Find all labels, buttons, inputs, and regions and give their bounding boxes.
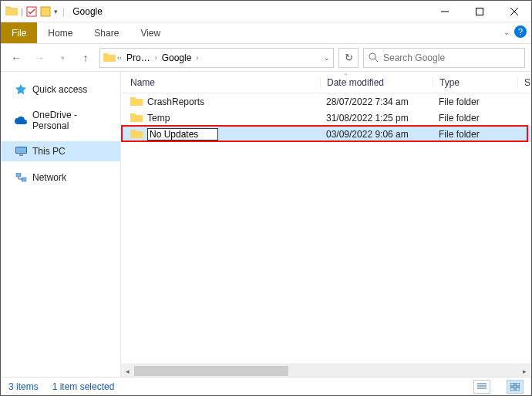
column-header-type[interactable]: Type [433, 77, 517, 88]
svg-rect-17 [516, 383, 520, 386]
body: Quick access OneDrive - Personal This PC… [1, 72, 531, 377]
sidebar-item-label: OneDrive - Personal [32, 110, 114, 131]
sidebar-item-label: Quick access [32, 84, 87, 95]
tab-view[interactable]: View [130, 22, 171, 43]
file-name: CrashReports [147, 96, 204, 107]
forward-button[interactable]: → [30, 49, 49, 67]
search-icon [369, 52, 379, 63]
file-list-pane: Name Date modified Type S ⌃ CrashReports… [121, 72, 531, 377]
tab-share[interactable]: Share [83, 22, 130, 43]
svg-rect-11 [16, 173, 21, 177]
sort-ascending-icon: ⌃ [343, 73, 348, 80]
sidebar-item-onedrive[interactable]: OneDrive - Personal [1, 106, 120, 135]
svg-rect-3 [476, 8, 483, 15]
scrollbar-thumb[interactable] [134, 366, 288, 376]
quick-access-toolbar: | ▾ | [1, 5, 66, 19]
qat-dropdown-icon[interactable]: ▾ [54, 8, 58, 15]
file-type: File folder [433, 129, 531, 140]
ribbon-tabs: File Home Share View ⌄ ? [1, 22, 531, 44]
svg-line-7 [375, 59, 378, 62]
network-icon [15, 171, 27, 184]
properties-qat-icon[interactable] [26, 6, 37, 17]
folder-icon [130, 112, 143, 124]
navigation-pane: Quick access OneDrive - Personal This PC… [1, 72, 121, 377]
horizontal-scrollbar[interactable]: ◂ ▸ [121, 364, 531, 377]
address-dropdown-icon[interactable]: ⌄ [324, 54, 330, 62]
refresh-button[interactable]: ↻ [338, 48, 359, 68]
file-type: File folder [433, 113, 531, 124]
close-button[interactable] [497, 1, 531, 22]
window-title: Google [72, 6, 103, 17]
svg-rect-19 [516, 388, 520, 391]
help-icon[interactable]: ? [514, 25, 527, 38]
tab-home[interactable]: Home [37, 22, 83, 43]
navigation-bar: ← → ▾ ↑ ‹‹ Pro… › Google › ⌄ ↻ Search Go… [1, 44, 531, 72]
maximize-button[interactable] [462, 1, 497, 22]
sidebar-item-this-pc[interactable]: This PC [1, 141, 120, 161]
sidebar-item-label: Network [32, 172, 66, 183]
file-name: Temp [147, 113, 170, 124]
scroll-right-icon[interactable]: ▸ [518, 364, 531, 377]
column-header-date[interactable]: Date modified [320, 77, 433, 88]
qat-separator: | [21, 7, 23, 16]
icons-view-button[interactable] [507, 380, 524, 394]
folder-icon [130, 128, 143, 140]
file-type: File folder [433, 96, 531, 107]
svg-rect-10 [19, 154, 23, 156]
file-rows: CrashReports 28/07/2022 7:34 am File fol… [121, 93, 531, 364]
star-icon [15, 83, 27, 96]
cloud-icon [15, 114, 27, 127]
breadcrumb-label: Google [162, 52, 192, 63]
status-selection-count: 1 item selected [52, 381, 115, 392]
search-placeholder: Search Google [383, 52, 445, 63]
chevron-right-icon[interactable]: › [155, 54, 157, 62]
sidebar-item-label: This PC [32, 146, 66, 157]
qat-separator: | [62, 5, 65, 17]
svg-rect-16 [510, 383, 514, 386]
rename-input[interactable] [147, 128, 218, 140]
breadcrumb[interactable]: Google [159, 52, 195, 63]
column-header-name[interactable]: Name [121, 77, 320, 88]
details-view-button[interactable] [473, 380, 490, 394]
tab-file[interactable]: File [1, 22, 37, 43]
svg-rect-9 [16, 147, 26, 153]
minimize-button[interactable] [427, 1, 462, 22]
sidebar-item-network[interactable]: Network [1, 168, 120, 188]
table-row[interactable]: CrashReports 28/07/2022 7:34 am File fol… [121, 93, 531, 110]
address-bar[interactable]: ‹‹ Pro… › Google › ⌄ [99, 48, 334, 68]
column-header-more[interactable]: S [517, 77, 531, 88]
explorer-window: | ▾ | Google File Home Share View ⌄ ? ← … [0, 0, 532, 396]
svg-rect-1 [41, 7, 50, 16]
svg-point-6 [369, 53, 375, 59]
status-item-count: 3 items [8, 381, 39, 392]
qat-more-icon[interactable] [40, 6, 51, 17]
svg-rect-0 [27, 7, 36, 16]
breadcrumb-label: Pro… [126, 52, 150, 63]
breadcrumb[interactable]: Pro… [123, 52, 153, 63]
recent-locations-icon[interactable]: ▾ [53, 49, 72, 67]
table-row[interactable]: Temp 31/08/2022 1:25 pm File folder [121, 110, 531, 126]
file-date: 28/07/2022 7:34 am [320, 96, 433, 107]
folder-icon [5, 5, 18, 19]
search-input[interactable]: Search Google [363, 48, 525, 68]
up-button[interactable]: ↑ [76, 49, 95, 67]
sidebar-item-quick-access[interactable]: Quick access [1, 80, 120, 100]
file-date: 31/08/2022 1:25 pm [320, 113, 433, 124]
svg-rect-18 [510, 388, 514, 391]
chevron-right-icon[interactable]: › [196, 54, 198, 62]
crumb-separator-icon[interactable]: ‹‹ [117, 54, 122, 62]
status-bar: 3 items 1 item selected [1, 377, 531, 395]
file-date: 03/09/2022 9:06 am [320, 129, 433, 140]
folder-icon [103, 52, 116, 64]
table-row[interactable]: 03/09/2022 9:06 am File folder [121, 126, 531, 142]
monitor-icon [15, 145, 27, 157]
column-headers: Name Date modified Type S [121, 72, 531, 93]
folder-icon [130, 96, 143, 108]
title-bar: | ▾ | Google [1, 1, 531, 22]
scroll-left-icon[interactable]: ◂ [121, 364, 134, 377]
back-button[interactable]: ← [7, 49, 25, 67]
ribbon-expand-icon[interactable]: ⌄ [503, 28, 510, 36]
